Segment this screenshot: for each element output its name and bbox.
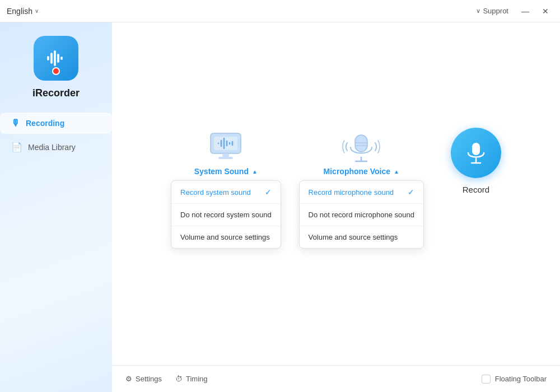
app-icon: [34, 36, 78, 81]
microphone-icon-box: [339, 128, 384, 167]
content-main: System Sound ▲ Record system sound ✓ Do …: [112, 22, 560, 365]
record-mic-sound-item[interactable]: Record microphone sound ✓: [300, 181, 423, 204]
content-area: System Sound ▲ Record system sound ✓ Do …: [112, 22, 560, 392]
volume-source-system-label: Volume and source settings: [180, 233, 270, 241]
record-system-sound-label: Record system sound: [180, 188, 251, 197]
microphone-voice-label[interactable]: Microphone Voice ▲: [324, 167, 399, 176]
system-sound-icon: [206, 130, 245, 164]
no-record-mic-sound-item[interactable]: Do not record microphone sound: [300, 204, 423, 226]
microphone-voice-dropdown: Record microphone sound ✓ Do not record …: [299, 180, 424, 249]
record-mic-check-icon: ✓: [408, 188, 414, 197]
svg-rect-3: [57, 54, 59, 63]
svg-rect-14: [218, 157, 233, 159]
system-sound-text: System Sound: [194, 167, 249, 176]
svg-rect-4: [60, 57, 63, 60]
titlebar: English ∨ Supprot — ✕: [0, 0, 560, 22]
record-system-sound-item[interactable]: Record system sound ✓: [171, 181, 281, 204]
timing-label: Timing: [186, 375, 208, 383]
record-system-check-icon: ✓: [265, 188, 272, 197]
support-link[interactable]: Supprot: [476, 7, 508, 15]
svg-rect-19: [472, 143, 480, 155]
close-button[interactable]: ✕: [538, 3, 553, 19]
record-mic-sound-label: Record microphone sound: [309, 188, 394, 197]
footer: ⚙ Settings ⏱ Timing Floating Toolbar: [112, 365, 560, 392]
microphone-voice-arrow-icon: ▲: [394, 169, 399, 175]
media-library-label: Media Library: [28, 143, 76, 152]
window-controls: — ✕: [517, 3, 553, 19]
microphone-voice-control: Microphone Voice ▲ Record microphone sou…: [299, 128, 424, 249]
volume-source-mic-item[interactable]: Volume and source settings: [300, 226, 423, 248]
volume-source-system-item[interactable]: Volume and source settings: [171, 226, 281, 248]
recording-icon: 🎙: [11, 118, 20, 128]
record-button-icon: [464, 141, 488, 165]
floating-toolbar-label: Floating Toolbar: [495, 375, 547, 383]
system-sound-icon-box: [203, 128, 248, 167]
settings-label: Settings: [136, 375, 162, 383]
no-record-system-sound-item[interactable]: Do not record system sound: [171, 204, 281, 226]
minimize-button[interactable]: —: [517, 3, 533, 19]
language-label: English: [7, 7, 32, 16]
settings-icon: ⚙: [125, 375, 132, 383]
recording-label: Recording: [26, 119, 64, 128]
sidebar-item-recording[interactable]: 🎙 Recording: [0, 113, 112, 134]
settings-item[interactable]: ⚙ Settings: [125, 375, 162, 383]
main-layout: iRecorder 🎙 Recording 📄 Media Library: [0, 22, 560, 392]
microphone-voice-text: Microphone Voice: [324, 167, 391, 176]
system-sound-arrow-icon: ▲: [252, 169, 258, 175]
system-sound-label[interactable]: System Sound ▲: [194, 167, 258, 176]
support-label: Supprot: [483, 7, 508, 15]
svg-rect-15: [355, 135, 367, 152]
sidebar: iRecorder 🎙 Recording 📄 Media Library: [0, 22, 112, 392]
record-button[interactable]: [451, 128, 501, 178]
language-chevron-icon: ∨: [35, 8, 39, 14]
floating-toolbar-item[interactable]: Floating Toolbar: [482, 375, 547, 384]
record-dot: [52, 67, 60, 75]
timing-icon: ⏱: [175, 375, 183, 383]
no-record-system-sound-label: Do not record system sound: [180, 211, 272, 219]
svg-rect-2: [54, 50, 56, 66]
record-label: Record: [463, 185, 489, 194]
language-selector[interactable]: English ∨: [7, 7, 39, 16]
svg-rect-1: [50, 53, 53, 64]
recording-controls: System Sound ▲ Record system sound ✓ Do …: [171, 128, 501, 249]
timing-item[interactable]: ⏱ Timing: [175, 375, 208, 383]
svg-rect-13: [222, 153, 229, 157]
system-sound-dropdown: Record system sound ✓ Do not record syst…: [171, 180, 281, 249]
svg-rect-0: [47, 56, 49, 60]
record-control: Record: [451, 128, 501, 194]
app-name: iRecorder: [32, 87, 80, 99]
microphone-sound-icon: [342, 130, 381, 164]
no-record-mic-sound-label: Do not record microphone sound: [309, 211, 414, 219]
media-library-icon: 📄: [11, 142, 22, 152]
volume-source-mic-label: Volume and source settings: [309, 233, 398, 241]
svg-rect-6: [214, 137, 237, 150]
system-sound-control: System Sound ▲ Record system sound ✓ Do …: [171, 128, 281, 249]
floating-toolbar-checkbox[interactable]: [482, 375, 491, 384]
sidebar-item-media-library[interactable]: 📄 Media Library: [0, 136, 112, 158]
